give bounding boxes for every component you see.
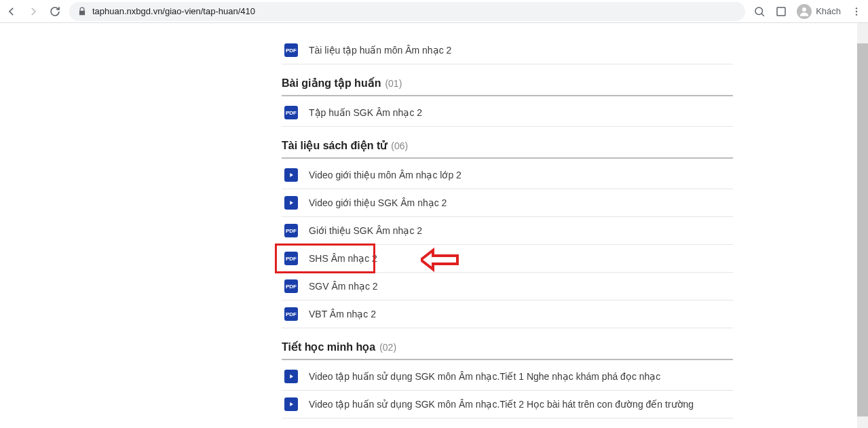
page-viewport: PDFTài liệu tập huấn môn Âm nhạc 2Bài gi…	[0, 23, 868, 428]
svg-point-2	[802, 7, 806, 12]
pdf-icon: PDF	[284, 307, 298, 321]
section-count: (01)	[385, 78, 402, 89]
pdf-icon: PDF	[284, 106, 298, 119]
item-title: Video tập huấn sử dụng SGK môn Âm nhạc.T…	[309, 399, 694, 410]
search-icon[interactable]	[753, 5, 766, 18]
section-title: Tiết học minh họa	[282, 341, 375, 353]
list-item[interactable]: PDFVBT Âm nhạc 2	[282, 300, 733, 328]
svg-point-4	[856, 10, 857, 12]
item-title: SGV Âm nhạc 2	[309, 281, 378, 292]
item-title: VBT Âm nhạc 2	[309, 309, 376, 319]
list-item[interactable]: Video giới thiệu môn Âm nhạc lớp 2	[282, 161, 733, 189]
forward-button[interactable]	[27, 5, 39, 18]
svg-point-3	[856, 7, 857, 9]
list-item[interactable]: Video tập huấn sử dụng SGK môn Âm nhạc.T…	[282, 391, 733, 419]
item-title: Tài liệu tập huấn môn Âm nhạc 2	[309, 45, 451, 56]
svg-point-5	[856, 14, 857, 15]
address-bar[interactable]: taphuan.nxbgd.vn/giao-vien/tap-huan/410	[69, 2, 745, 21]
pdf-icon: PDF	[284, 279, 298, 293]
pdf-icon: PDF	[284, 224, 298, 237]
item-title: Tập huấn SGK Âm nhạc 2	[309, 107, 422, 118]
content-list: PDFTài liệu tập huấn môn Âm nhạc 2Bài gi…	[282, 37, 733, 428]
section-title: Tài liệu sách điện tử	[282, 139, 387, 152]
video-icon	[284, 196, 298, 210]
video-icon	[284, 397, 298, 411]
item-title: Video tập huấn sử dụng SGK môn Âm nhạc.T…	[309, 371, 660, 382]
section-count: (06)	[391, 140, 408, 151]
list-item[interactable]: PDFSGV Âm nhạc 2	[282, 273, 733, 300]
item-title: SHS Âm nhạc 2	[309, 253, 377, 264]
video-icon	[284, 370, 298, 383]
list-item[interactable]: PDFSHS Âm nhạc 2	[282, 245, 733, 273]
svg-rect-1	[777, 7, 785, 16]
list-item[interactable]: PDFGiới thiệu SGK Âm nhạc 2	[282, 217, 733, 245]
list-item[interactable]: PDFTập huấn SGK Âm nhạc 2	[282, 99, 733, 127]
scrollbar-thumb[interactable]	[857, 43, 868, 416]
pdf-icon: PDF	[284, 252, 298, 265]
section-count: (02)	[379, 342, 396, 353]
profile-button[interactable]: Khách	[797, 4, 841, 19]
arrow-annotation	[421, 248, 460, 274]
section-header: Hướng dẫn sử dụng thiết bị dạy học(01)	[282, 419, 733, 428]
item-title: Video giới thiệu SGK Âm nhạc 2	[309, 197, 447, 208]
section-header: Bài giảng tập huấn(01)	[282, 64, 733, 96]
menu-icon[interactable]	[850, 5, 863, 18]
reload-button[interactable]	[49, 5, 61, 18]
avatar-icon	[797, 4, 812, 19]
pdf-icon: PDF	[284, 43, 298, 57]
item-title: Giới thiệu SGK Âm nhạc 2	[309, 225, 422, 236]
browser-toolbar: taphuan.nxbgd.vn/giao-vien/tap-huan/410 …	[0, 0, 868, 23]
lock-icon	[77, 7, 87, 16]
section-header: Tiết học minh họa(02)	[282, 328, 733, 360]
profile-label: Khách	[816, 6, 841, 16]
scrollbar[interactable]	[857, 23, 868, 428]
section-title: Bài giảng tập huấn	[282, 77, 381, 90]
panel-icon[interactable]	[775, 5, 787, 18]
item-title: Video giới thiệu môn Âm nhạc lớp 2	[309, 170, 461, 180]
section-header: Tài liệu sách điện tử(06)	[282, 127, 733, 159]
svg-point-0	[755, 7, 763, 15]
list-item[interactable]: PDFTài liệu tập huấn môn Âm nhạc 2	[282, 37, 733, 64]
list-item[interactable]: Video tập huấn sử dụng SGK môn Âm nhạc.T…	[282, 363, 733, 391]
url-text: taphuan.nxbgd.vn/giao-vien/tap-huan/410	[92, 6, 255, 16]
back-button[interactable]	[5, 5, 18, 18]
list-item[interactable]: Video giới thiệu SGK Âm nhạc 2	[282, 189, 733, 217]
video-icon	[284, 168, 298, 182]
